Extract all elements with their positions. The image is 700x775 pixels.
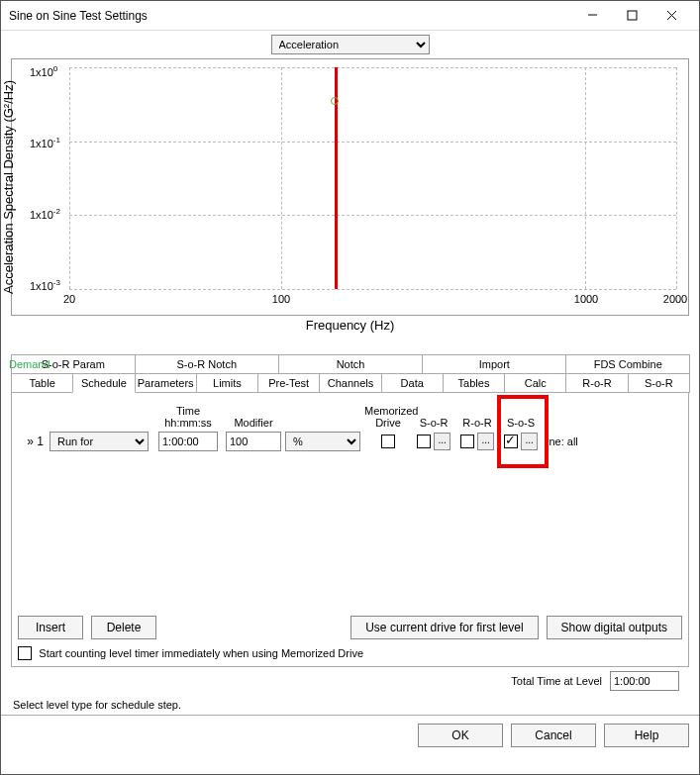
sos-checkbox[interactable]	[504, 435, 518, 448]
tab-pretest[interactable]: Pre-Test	[257, 373, 320, 393]
titlebar: Sine on Sine Test Settings	[1, 1, 699, 31]
tab-import[interactable]: Import	[422, 354, 566, 373]
tab-control: S-o-R Param S-o-R Notch Notch Import FDS…	[11, 354, 689, 667]
hdr-mem-top: Memorized	[364, 405, 412, 417]
delete-button[interactable]: Delete	[91, 616, 156, 639]
action-select[interactable]: Run for	[50, 432, 149, 451]
hdr-time-bot: hh:mm:ss	[154, 417, 222, 429]
ror-checkbox[interactable]	[460, 435, 474, 448]
ror-more-button[interactable]: ...	[477, 433, 494, 450]
total-time-value[interactable]	[610, 671, 679, 691]
cancel-button[interactable]: Cancel	[511, 724, 596, 747]
tab-limits[interactable]: Limits	[196, 373, 258, 393]
use-current-drive-button[interactable]: Use current drive for first level	[350, 616, 538, 639]
ok-button[interactable]: OK	[418, 724, 503, 747]
close-button[interactable]	[651, 2, 691, 30]
tab-sor[interactable]: S-o-R	[628, 373, 690, 393]
minimize-button[interactable]	[572, 2, 612, 30]
demand-marker	[331, 97, 339, 105]
modifier-input[interactable]	[226, 432, 281, 451]
row-tail-text: ine: all	[543, 436, 578, 447]
sor-checkbox[interactable]	[417, 435, 431, 448]
dialog-footer: OK Cancel Help	[1, 715, 699, 755]
sos-more-button[interactable]: ...	[521, 433, 538, 450]
maximize-button[interactable]	[612, 2, 651, 30]
mem-drive-checkbox[interactable]	[381, 435, 395, 448]
chart-type-select[interactable]: Acceleration	[271, 35, 430, 54]
x-axis-label: Frequency (Hz)	[11, 318, 689, 333]
tab-fds-combine[interactable]: FDS Combine	[565, 354, 690, 373]
modifier-unit-select[interactable]: %	[285, 432, 360, 451]
plot-area	[69, 67, 676, 289]
tab-schedule[interactable]: Schedule	[72, 373, 135, 393]
tab-body: Time hh:mm:ss Modifier Memorized Drive S…	[11, 392, 689, 667]
tab-channels[interactable]: Channels	[319, 373, 381, 393]
tab-tables[interactable]: Tables	[443, 373, 505, 393]
window-title: Sine on Sine Test Settings	[9, 9, 572, 23]
time-input[interactable]	[158, 432, 218, 451]
tab-parameters[interactable]: Parameters	[135, 373, 197, 393]
total-time-label: Total Time at Level	[511, 675, 602, 687]
chart: Acceleration Spectral Density (G²/Hz)	[11, 58, 689, 316]
schedule-row-1: » 1 Run for % ... ... ... ine: all	[18, 429, 682, 454]
tab-data[interactable]: Data	[381, 373, 444, 393]
hdr-sos: S-o-S	[499, 417, 543, 429]
tab-calc[interactable]: Calc	[504, 373, 566, 393]
status-text: Select level type for schedule step.	[11, 695, 689, 715]
hdr-modifier: Modifier	[222, 417, 285, 429]
demand-legend: Demand	[9, 358, 50, 370]
sor-more-button[interactable]: ...	[434, 433, 450, 450]
help-button[interactable]: Help	[604, 724, 689, 747]
svg-rect-1	[628, 11, 637, 20]
hdr-time-top: Time	[154, 405, 222, 417]
hdr-ror: R-o-R	[455, 417, 499, 429]
dialog-window: Sine on Sine Test Settings Acceleration …	[0, 0, 700, 775]
tab-notch[interactable]: Notch	[278, 354, 423, 373]
hdr-mem-bot: Drive	[364, 417, 412, 429]
insert-button[interactable]: Insert	[18, 616, 83, 639]
y-axis-label: Acceleration Spectral Density (G²/Hz)	[1, 80, 16, 294]
start-counting-label: Start counting level timer immediately w…	[39, 647, 363, 659]
tab-ror[interactable]: R-o-R	[565, 373, 628, 393]
tab-sor-notch[interactable]: S-o-R Notch	[135, 354, 279, 373]
tab-table[interactable]: Table	[11, 373, 73, 393]
show-digital-outputs-button[interactable]: Show digital outputs	[547, 616, 682, 639]
hdr-sor: S-o-R	[412, 417, 455, 429]
start-counting-checkbox[interactable]	[18, 646, 32, 660]
